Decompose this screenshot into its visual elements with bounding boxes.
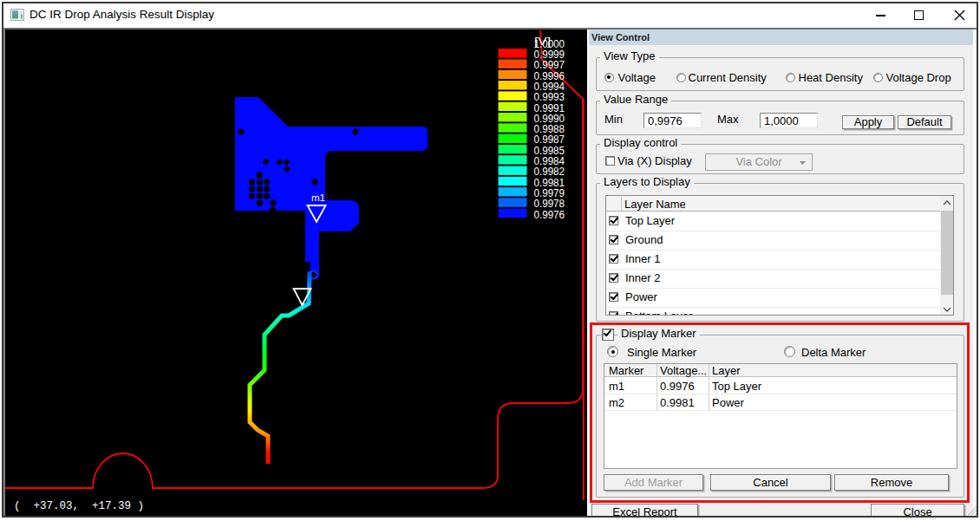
svg-text:0.9976: 0.9976 xyxy=(534,208,565,221)
svg-text:m1: m1 xyxy=(311,192,325,203)
